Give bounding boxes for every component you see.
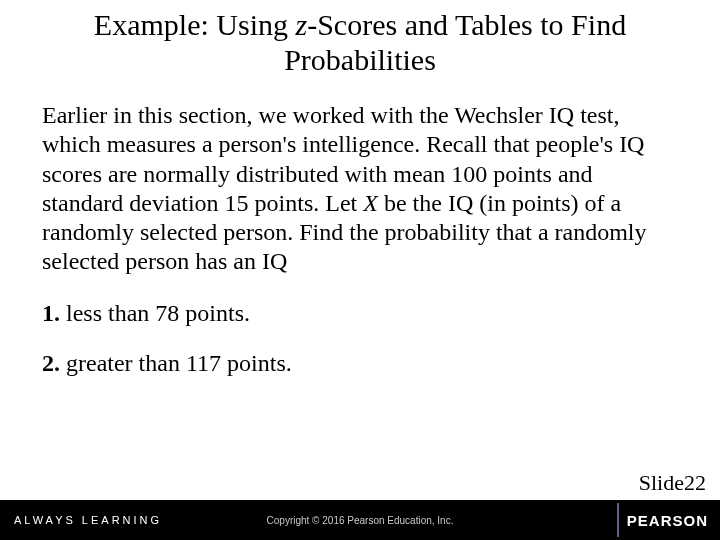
slide-title: Example: Using z-Scores and Tables to Fi… bbox=[0, 0, 720, 83]
list-item: 1. less than 78 points. bbox=[42, 299, 678, 328]
brand-group: PEARSON bbox=[617, 503, 708, 537]
slide: Example: Using z-Scores and Tables to Fi… bbox=[0, 0, 720, 540]
copyright-text: Copyright © 2016 Pearson Education, Inc. bbox=[267, 515, 454, 526]
item-text: less than 78 points. bbox=[60, 300, 250, 326]
slide-number-value: 22 bbox=[684, 470, 706, 496]
list-item: 2. greater than 117 points. bbox=[42, 349, 678, 378]
title-post: -Scores and Tables to Find Probabilities bbox=[284, 8, 626, 76]
body-paragraph: Earlier in this section, we worked with … bbox=[0, 83, 720, 277]
footer-bar: ALWAYS LEARNING Copyright © 2016 Pearson… bbox=[0, 500, 720, 540]
always-learning-text: ALWAYS LEARNING bbox=[14, 514, 162, 526]
title-z-italic: z bbox=[295, 8, 307, 41]
slide-label: Slide bbox=[639, 470, 684, 496]
brand-divider bbox=[617, 503, 619, 537]
pearson-logo-text: PEARSON bbox=[627, 512, 708, 529]
variable-X: X bbox=[363, 190, 378, 216]
title-pre: Example: Using bbox=[94, 8, 296, 41]
item-number: 2. bbox=[42, 350, 60, 376]
question-list: 1. less than 78 points. 2. greater than … bbox=[0, 277, 720, 379]
item-number: 1. bbox=[42, 300, 60, 326]
slide-number: Slide 22 bbox=[635, 468, 710, 498]
item-text: greater than 117 points. bbox=[60, 350, 292, 376]
